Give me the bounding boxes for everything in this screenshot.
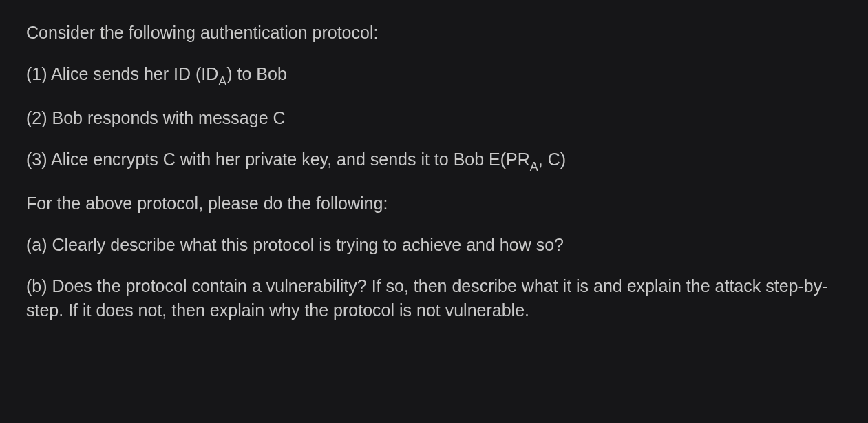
step1-suffix: ) to Bob	[226, 64, 287, 83]
protocol-step-1: (1) Alice sends her ID (IDA) to Bob	[26, 62, 847, 89]
instructions-text: For the above protocol, please do the fo…	[26, 192, 847, 216]
step3-prefix: (3) Alice encrypts C with her private ke…	[26, 149, 530, 169]
question-part-a: (a) Clearly describe what this protocol …	[26, 233, 847, 257]
step3-suffix: , C)	[538, 149, 566, 169]
step1-prefix: (1) Alice sends her ID (ID	[26, 64, 218, 83]
question-part-b: (b) Does the protocol contain a vulnerab…	[26, 274, 847, 322]
step1-subscript: A	[218, 74, 226, 88]
intro-text: Consider the following authentication pr…	[26, 21, 847, 45]
step3-subscript: A	[530, 160, 538, 174]
question-document: Consider the following authentication pr…	[26, 21, 847, 322]
protocol-step-2: (2) Bob responds with message C	[26, 106, 847, 130]
protocol-step-3: (3) Alice encrypts C with her private ke…	[26, 147, 847, 174]
